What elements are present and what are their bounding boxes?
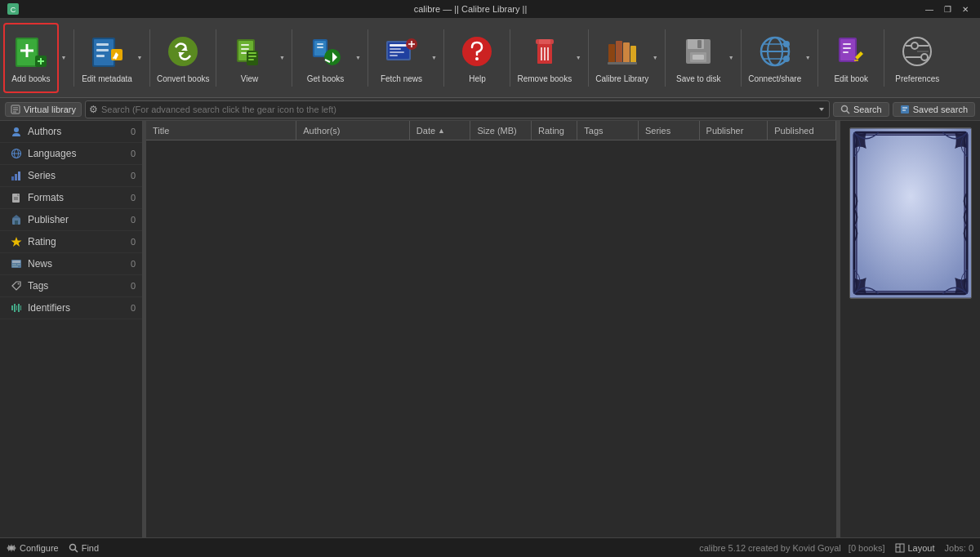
svg-point-67 xyxy=(783,41,790,47)
book-table-body xyxy=(146,140,836,537)
fetch-news-dropdown[interactable] xyxy=(429,23,439,93)
configure-button[interactable]: Configure xyxy=(7,543,59,553)
get-books-button[interactable]: Get books xyxy=(297,23,353,93)
svg-rect-37 xyxy=(390,44,408,47)
sidebar-languages-label: Languages xyxy=(28,148,76,159)
add-books-button[interactable]: Add books xyxy=(3,23,59,93)
authors-icon xyxy=(10,125,23,138)
save-to-disk-button[interactable]: Save to disk xyxy=(670,23,726,93)
view-button[interactable]: View xyxy=(221,23,277,93)
preferences-label: Preferences xyxy=(895,74,939,84)
sidebar-item-authors[interactable]: Authors 0 xyxy=(0,121,142,143)
connect-share-icon xyxy=(755,32,795,71)
edit-metadata-button[interactable]: Edit metadata xyxy=(79,23,135,93)
svg-rect-115 xyxy=(14,304,16,312)
calibre-library-group: Calibre Library xyxy=(594,23,660,93)
col-header-rating[interactable]: Rating xyxy=(532,121,577,140)
find-button[interactable]: Find xyxy=(69,543,99,553)
fetch-news-button[interactable]: Fetch news xyxy=(373,23,429,93)
right-panel xyxy=(840,121,980,537)
sidebar-item-news[interactable]: News 0 xyxy=(0,253,142,275)
svg-rect-27 xyxy=(248,59,254,60)
remove-books-button[interactable]: Remove books xyxy=(515,23,573,93)
connect-share-dropdown[interactable] xyxy=(803,23,813,93)
sep-7 xyxy=(510,29,510,87)
sidebar-rating-label: Rating xyxy=(28,236,56,247)
book-cover xyxy=(849,127,972,299)
search-gear-icon[interactable]: ⚙ xyxy=(89,104,98,115)
edit-metadata-dropdown[interactable] xyxy=(135,23,145,93)
minimize-button[interactable]: — xyxy=(921,2,938,16)
search-input[interactable] xyxy=(101,105,817,114)
connect-share-label: Connect/share xyxy=(748,74,801,84)
svg-rect-97 xyxy=(11,176,14,180)
col-header-tags[interactable]: Tags xyxy=(577,121,639,140)
search-dropdown-icon[interactable] xyxy=(817,105,826,114)
sidebar-rating-count: 0 xyxy=(131,237,136,247)
save-to-disk-dropdown[interactable] xyxy=(726,23,736,93)
saved-search-button[interactable]: Saved search xyxy=(893,102,975,117)
svg-rect-99 xyxy=(18,172,20,180)
svg-rect-21 xyxy=(241,44,249,46)
remove-books-dropdown[interactable] xyxy=(573,23,583,93)
sidebar-item-identifiers[interactable]: Identifiers 0 xyxy=(0,297,142,319)
jobs-label: Jobs: 0 xyxy=(945,543,973,553)
search-input-wrap[interactable]: ⚙ xyxy=(85,100,830,118)
sidebar-item-rating[interactable]: Rating 0 xyxy=(0,231,142,253)
get-books-dropdown[interactable] xyxy=(353,23,363,93)
virtual-library-button[interactable]: Virtual library xyxy=(5,102,82,117)
search-magnifier-icon xyxy=(840,105,850,114)
svg-rect-106 xyxy=(15,221,18,225)
col-header-authors[interactable]: Author(s) xyxy=(296,121,410,140)
close-button[interactable]: ✕ xyxy=(957,2,973,16)
svg-point-81 xyxy=(921,54,928,60)
remove-books-label: Remove books xyxy=(517,74,572,84)
convert-books-button[interactable]: Convert books xyxy=(155,23,211,93)
svg-rect-25 xyxy=(248,52,256,54)
svg-rect-116 xyxy=(16,305,17,310)
help-button[interactable]: Help xyxy=(449,23,505,93)
sidebar-item-languages[interactable]: Languages 0 xyxy=(0,143,142,165)
sidebar-item-publisher[interactable]: Publisher 0 xyxy=(0,209,142,231)
sep-9 xyxy=(665,29,666,87)
sep-10 xyxy=(741,29,742,87)
svg-rect-109 xyxy=(12,261,20,263)
col-header-publisher[interactable]: Publisher xyxy=(700,121,768,140)
remove-books-icon xyxy=(525,32,564,71)
col-header-series[interactable]: Series xyxy=(639,121,700,140)
sidebar-item-tags[interactable]: Tags 0 xyxy=(0,275,142,297)
calibre-library-icon xyxy=(603,32,642,71)
connect-share-button[interactable]: Connect/share xyxy=(746,23,803,93)
col-header-size[interactable]: Size (MB) xyxy=(470,121,532,140)
svg-rect-56 xyxy=(608,62,637,65)
add-books-dropdown[interactable] xyxy=(59,23,69,93)
sidebar-series-label: Series xyxy=(28,170,56,181)
preferences-button[interactable]: Preferences xyxy=(889,23,945,93)
calibre-library-dropdown[interactable] xyxy=(650,23,660,93)
col-header-published[interactable]: Published xyxy=(768,121,836,140)
search-button-label: Search xyxy=(853,105,882,114)
layout-icon xyxy=(895,543,905,553)
sep-12 xyxy=(884,29,884,87)
edit-book-icon xyxy=(831,32,871,71)
sidebar-item-formats[interactable]: Formats 0 xyxy=(0,187,142,209)
svg-line-124 xyxy=(74,549,78,552)
col-header-title[interactable]: Title xyxy=(146,121,296,140)
svg-rect-30 xyxy=(317,43,323,45)
svg-rect-11 xyxy=(96,43,109,46)
search-button[interactable]: Search xyxy=(833,102,889,117)
sidebar-item-series[interactable]: Series 0 xyxy=(0,165,142,187)
preferences-icon xyxy=(898,32,937,71)
svg-line-89 xyxy=(846,110,849,114)
window-controls: — ❐ ✕ xyxy=(921,2,973,16)
sidebar: Authors 0 Languages 0 xyxy=(0,121,143,537)
calibre-library-button[interactable]: Calibre Library xyxy=(594,23,650,93)
view-dropdown[interactable] xyxy=(277,23,287,93)
edit-book-button[interactable]: Edit book xyxy=(823,23,879,93)
svg-rect-59 xyxy=(697,40,702,48)
layout-button[interactable]: Layout xyxy=(895,543,935,553)
restore-button[interactable]: ❐ xyxy=(939,2,956,16)
svg-rect-54 xyxy=(623,42,630,64)
svg-rect-111 xyxy=(17,264,20,265)
col-header-date[interactable]: Date ▲ xyxy=(410,121,471,140)
